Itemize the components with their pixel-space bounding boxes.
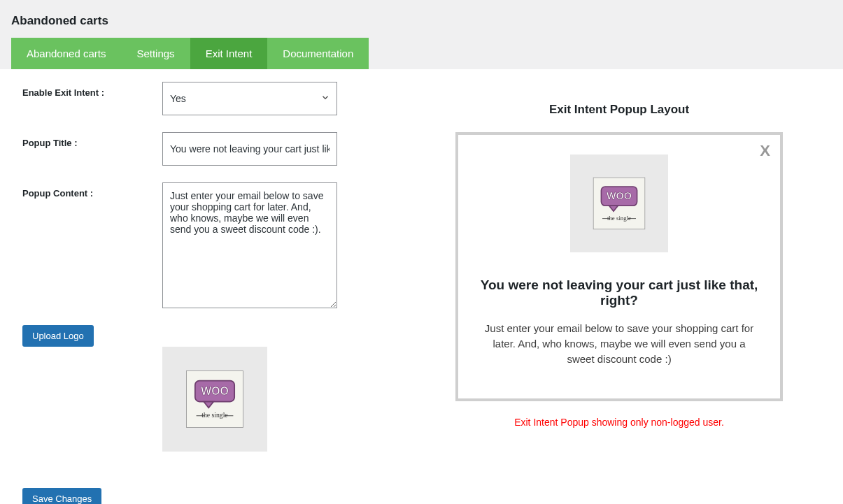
svg-text:the single: the single	[607, 215, 631, 222]
popup-content-label: Popup Content :	[22, 182, 162, 308]
notice-text: Exit Intent Popup showing only non-logge…	[406, 417, 832, 428]
svg-text:WOO: WOO	[201, 385, 229, 397]
popup-title-label: Popup Title :	[22, 132, 162, 166]
tab-abandoned-carts[interactable]: Abandoned carts	[11, 38, 121, 69]
popup-preview: X WOO the single You were not leaving yo…	[455, 132, 783, 401]
popup-title-text: You were not leaving your cart just like…	[472, 278, 766, 308]
enable-exit-intent-label: Enable Exit Intent :	[22, 82, 162, 115]
preview-section-title: Exit Intent Popup Layout	[406, 103, 832, 117]
close-icon[interactable]: X	[760, 142, 770, 160]
woo-logo-icon: WOO the single	[591, 175, 647, 231]
svg-text:the single: the single	[201, 411, 227, 419]
tab-settings[interactable]: Settings	[121, 38, 190, 69]
enable-exit-intent-value: Yes	[170, 93, 186, 104]
tab-bar: Abandoned carts Settings Exit Intent Doc…	[11, 38, 832, 69]
upload-logo-button[interactable]: Upload Logo	[22, 325, 94, 347]
popup-logo: WOO the single	[570, 154, 668, 252]
popup-content-text: Just enter your email below to save your…	[472, 321, 766, 366]
page-title: Abandoned carts	[0, 0, 843, 38]
tab-documentation[interactable]: Documentation	[267, 38, 369, 69]
tab-exit-intent[interactable]: Exit Intent	[190, 38, 268, 69]
popup-title-input[interactable]	[162, 132, 337, 166]
popup-content-textarea[interactable]	[162, 182, 337, 308]
woo-logo-icon: WOO the single	[184, 368, 246, 430]
logo-preview: WOO the single	[162, 347, 267, 452]
svg-text:WOO: WOO	[607, 190, 632, 201]
save-changes-button[interactable]: Save Changes	[22, 488, 101, 504]
enable-exit-intent-select[interactable]: Yes	[162, 82, 337, 115]
